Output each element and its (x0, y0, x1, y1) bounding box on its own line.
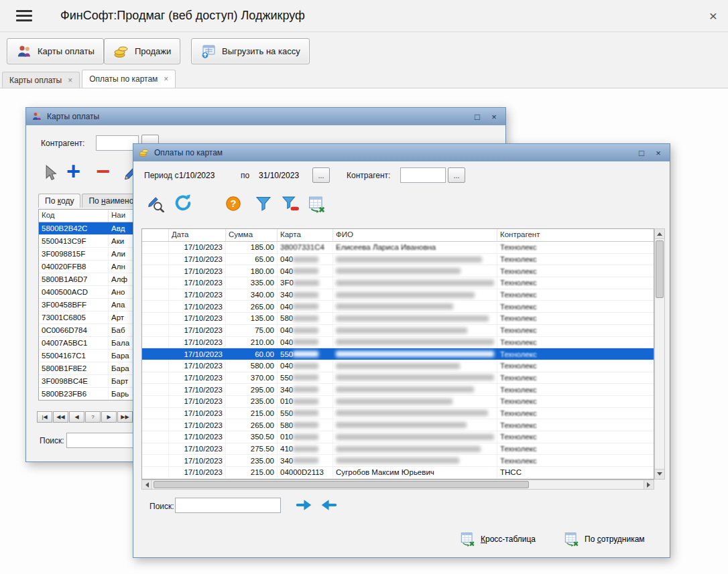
help-icon[interactable]: ? (225, 195, 242, 212)
cards-view-tabs: По кодуПо наименов (38, 194, 146, 208)
indicator-cell (142, 242, 169, 253)
cell: Технолекс (497, 289, 654, 301)
nav-button-0[interactable]: |◀ (37, 411, 52, 423)
horizontal-scrollbar-thumb[interactable] (154, 481, 529, 488)
vertical-scrollbar-thumb[interactable] (656, 240, 664, 298)
cards-window-titlebar[interactable]: Карты оплаты □ × (26, 108, 505, 125)
close-icon[interactable]: × (488, 113, 500, 121)
scroll-right-button[interactable] (644, 480, 654, 489)
indicator-cell (142, 325, 169, 336)
cell: 295.00 (226, 384, 278, 395)
cell: 17/10/2023 (169, 254, 226, 265)
cell: 73001C6805 (39, 311, 109, 324)
maximize-icon[interactable]: □ (635, 149, 648, 157)
table-row[interactable]: 17/10/2023265.00040Технолекс (142, 301, 654, 313)
filter-clear-icon[interactable] (281, 194, 300, 213)
add-button[interactable]: + (66, 160, 80, 183)
cell: 215.00 (226, 408, 278, 419)
tab-close-icon[interactable]: × (164, 74, 168, 84)
tab-label: Оплаты по картам (89, 74, 158, 84)
table-row[interactable]: 17/10/2023215.0004000D2113Сугробов Макси… (142, 467, 654, 479)
table-row[interactable]: 17/10/2023210.00040Технолекс (142, 337, 654, 349)
footer-link-label: Кросс-таблица (481, 534, 536, 544)
table-row[interactable]: 17/10/2023350.50010Технолекс (142, 431, 654, 443)
table-row[interactable]: 17/10/202375.00040Технолекс (142, 325, 654, 337)
view-tab-0[interactable]: По коду (38, 194, 80, 208)
refresh-icon[interactable] (174, 194, 192, 212)
cell (333, 455, 497, 466)
payments-table[interactable]: ДатаСуммаКартаФИОКонтрагент17/10/2023185… (141, 228, 654, 480)
table-header: ДатаСуммаКартаФИОКонтрагент (142, 229, 654, 242)
cell: 17/10/2023 (169, 372, 226, 384)
nav-button-1[interactable]: ◀◀ (53, 411, 68, 423)
edit-search-icon[interactable] (145, 194, 164, 212)
table-row[interactable]: 17/10/2023180.00040Технолекс (142, 265, 654, 277)
tab-cards[interactable]: Карты оплаты× (2, 72, 80, 88)
cell: 340.00 (226, 289, 278, 301)
vertical-scrollbar[interactable] (654, 228, 665, 480)
table-row[interactable]: 17/10/2023135.00580Технолекс (142, 313, 654, 325)
redacted-text (336, 457, 459, 463)
back-arrow-icon[interactable] (320, 496, 337, 514)
cell: 04000D2113 (278, 467, 333, 478)
cell: ТНСС (497, 467, 654, 478)
export-excel-icon[interactable] (308, 195, 326, 214)
table-row[interactable]: 17/10/2023235.00010Технолекс (142, 396, 654, 408)
cards-button[interactable]: Карты оплаты (7, 38, 104, 64)
cell: 60.00 (226, 348, 278, 360)
cross-table-button[interactable]: Кросс-таблица (460, 531, 536, 547)
cell: 3F0098815F (39, 248, 109, 260)
nav-button-5[interactable]: ▶▶ (117, 411, 133, 423)
cell: 580.00 (226, 360, 278, 372)
table-row[interactable]: 17/10/202360.00550Технолекс (142, 348, 654, 360)
tab-close-icon[interactable]: × (68, 76, 72, 85)
menu-icon[interactable] (16, 10, 32, 21)
cell: 17/10/2023 (169, 419, 226, 431)
redacted-text (336, 386, 474, 392)
scroll-down-button[interactable] (655, 469, 664, 479)
tab-payments[interactable]: Оплаты по картам× (82, 70, 176, 88)
table-row[interactable]: 17/10/2023370.00550Технолекс (142, 372, 654, 384)
search-input[interactable] (175, 498, 281, 513)
redacted-text (336, 363, 460, 369)
contragent-input[interactable] (400, 167, 446, 183)
table-row[interactable]: 17/10/2023185.0038007331C4Елисеева Ларис… (142, 242, 654, 254)
payments-window-body: Период с 1/10/2023 по 31/10/2023 ... Кон… (133, 161, 670, 557)
by-employees-button[interactable]: По сотрудникам (564, 531, 645, 547)
sales-button[interactable]: Продажи (104, 38, 180, 64)
nav-button-3[interactable]: ? (85, 411, 101, 423)
period-lookup-button[interactable]: ... (312, 167, 330, 183)
nav-button-2[interactable]: ◀ (69, 411, 84, 423)
table-row[interactable]: 17/10/2023580.00040Технолекс (142, 360, 654, 372)
maximize-icon[interactable]: □ (471, 113, 483, 121)
table-row[interactable]: 17/10/2023340.00340Технолекс (142, 289, 654, 301)
app-close-icon[interactable]: × (709, 9, 717, 23)
contragent-lookup-button[interactable]: ... (448, 167, 465, 183)
delete-button[interactable]: − (96, 160, 110, 183)
table-row[interactable]: 17/10/2023275.50410Технолекс (142, 443, 654, 455)
cell: 5800B23FB6 (39, 388, 109, 400)
payments-window-titlebar[interactable]: Оплаты по картам □ × (133, 144, 670, 161)
horizontal-scrollbar[interactable] (141, 480, 654, 490)
cell: 550 (278, 408, 333, 419)
table-row[interactable]: 17/10/2023335.003F0Технолекс (142, 277, 654, 289)
column-header: Карта (278, 229, 333, 241)
table-row[interactable]: 17/10/2023265.00580Технолекс (142, 419, 654, 431)
close-icon[interactable]: × (652, 149, 664, 157)
export-button[interactable]: Выгрузить на кассу (191, 38, 310, 64)
cell: 17/10/2023 (169, 431, 226, 443)
cursor-icon[interactable] (41, 164, 60, 183)
indicator-cell (142, 254, 169, 265)
indicator-cell (142, 360, 169, 372)
scroll-left-button[interactable] (142, 480, 152, 489)
forward-arrow-icon[interactable] (296, 496, 313, 514)
table-row[interactable]: 17/10/2023295.00340Технолекс (142, 384, 654, 396)
scroll-up-button[interactable] (655, 229, 664, 239)
nav-button-4[interactable]: ▶ (101, 411, 117, 423)
table-row[interactable]: 17/10/2023215.00550Технолекс (142, 408, 654, 420)
period-to-value[interactable]: 31/10/2023 (259, 171, 299, 180)
table-row[interactable]: 17/10/202365.00040Технолекс (142, 254, 654, 266)
period-from-value[interactable]: 1/10/2023 (179, 171, 215, 180)
table-row[interactable]: 17/10/2023235.00340Технолекс (142, 455, 654, 467)
filter-icon[interactable] (254, 194, 273, 213)
